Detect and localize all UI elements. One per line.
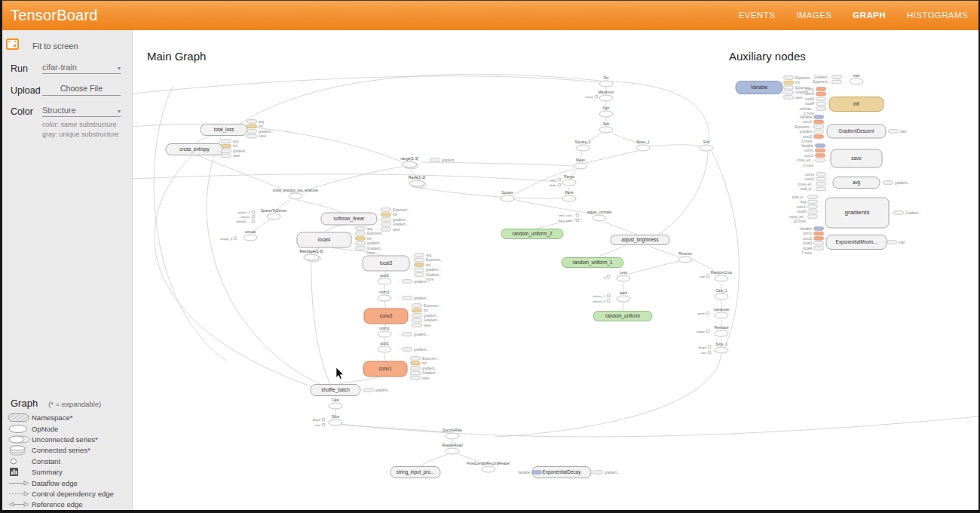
graph-op-SparseToDense[interactable]: SparseToDense: [261, 209, 286, 220]
svg-text:gradient...: gradient...: [426, 268, 441, 272]
graph-op-Square_1[interactable]: Square_1: [575, 140, 591, 151]
graph-op-Slice_1[interactable]: Slice_1: [715, 343, 728, 353]
graph-const-delta[interactable]: delta: [550, 183, 561, 187]
graph-const-shape_3[interactable]: shape_3: [220, 237, 237, 241]
graph-canvas[interactable]: total_losscross_entropysoftmax_linearloc…: [133, 30, 980, 513]
graph-series-range[1-3][interactable]: range[1-3]: [400, 156, 418, 169]
graph-op-pool2[interactable]: pool2: [378, 274, 391, 284]
graph-node-gradients[interactable]: gradients: [825, 198, 889, 228]
graph-op-ReaderRead[interactable]: ReaderRead: [442, 444, 463, 454]
graph-const-perm[interactable]: perm: [697, 312, 709, 315]
svg-text:Rank: Rank: [565, 191, 574, 195]
graph-node-GradientDescent[interactable]: GradientDescent: [827, 124, 886, 138]
choose-file-button[interactable]: Choose File: [42, 84, 121, 96]
graph-node-init[interactable]: init: [829, 97, 884, 112]
graph-op-Rank[interactable]: Rank: [562, 191, 576, 201]
graph-const-Const[interactable]: Const: [585, 95, 598, 99]
graph-op-train[interactable]: train: [850, 74, 863, 84]
graph-node-save[interactable]: save: [831, 149, 882, 167]
fit-to-screen-icon[interactable]: [6, 38, 19, 53]
svg-text:Gradient...: Gradient...: [426, 273, 442, 277]
graph-op-norm2[interactable]: norm2: [378, 290, 391, 301]
graph-const-size[interactable]: size: [701, 351, 711, 355]
graph-op-Less[interactable]: Less: [617, 271, 630, 281]
graph-op-RandomCrop[interactable]: RandomCrop: [711, 271, 733, 281]
svg-text:size: size: [700, 275, 706, 278]
svg-text:Gradient...: Gradient...: [393, 223, 409, 226]
graph-op-Slice[interactable]: Slice: [329, 415, 342, 425]
graph-op-Mean_1[interactable]: Mean_1: [636, 140, 650, 151]
graph-const-values_1[interactable]: values_1: [237, 210, 255, 214]
graph-const-indices[interactable]: indices: [240, 215, 255, 219]
graph-op-Maximum[interactable]: Maximum: [599, 91, 614, 101]
graph-const-start[interactable]: start: [550, 178, 561, 182]
graph-op-pool1[interactable]: pool1: [378, 342, 391, 352]
graph-node-string_input_pro...[interactable]: string_input_pro...: [390, 467, 440, 478]
graph-const-begin[interactable]: begin: [699, 346, 711, 349]
graph-node-avg[interactable]: avg: [833, 177, 880, 189]
tab-images[interactable]: IMAGES: [796, 11, 831, 20]
fit-to-screen-button[interactable]: Fit to screen: [32, 41, 78, 51]
svg-text:values_1: values_1: [237, 210, 250, 214]
graph-op-Mean[interactable]: Mean: [574, 158, 587, 169]
graph-op-Reverse[interactable]: Reverse: [678, 252, 692, 263]
tab-histograms[interactable]: HISTOGRAMS: [907, 11, 968, 20]
graph-op-Range[interactable]: Range: [562, 175, 576, 186]
graph-node-ExponentialMovin...[interactable]: ExponentialMovin...: [826, 235, 887, 250]
graph-node-total_loss[interactable]: total_loss: [201, 124, 247, 136]
graph-node-shuffle_batch[interactable]: shuffle_batch: [311, 385, 360, 396]
graph-op-norm1[interactable]: norm1: [378, 327, 391, 337]
graph-op-Cast[interactable]: Cast: [329, 398, 342, 409]
graph-node-Variable[interactable]: Variable: [736, 81, 782, 94]
graph-node-conv1[interactable]: conv1: [363, 361, 407, 376]
tab-events[interactable]: EVENTS: [739, 11, 775, 20]
graph-node-softmax_linear[interactable]: softmax_linear: [321, 213, 377, 225]
svg-text:local4: local4: [805, 102, 814, 106]
graph-const-size[interactable]: size: [315, 423, 325, 427]
svg-text:string_input_pro...: string_input_pro...: [397, 469, 435, 475]
graph-op-concat[interactable]: concat: [243, 230, 257, 241]
graph-op-Sub[interactable]: Sub: [700, 140, 713, 151]
graph-node-random_uniform_2[interactable]: random_uniform_2: [501, 229, 563, 239]
svg-text:min_valu...: min_valu...: [559, 213, 574, 217]
graph-node-random_uniform_1[interactable]: random_uniform_1: [562, 258, 623, 268]
svg-text:gradient...: gradient...: [422, 367, 437, 370]
graph-node-cross_entropy[interactable]: cross_entropy: [166, 144, 223, 155]
graph-op-Cast_1[interactable]: Cast_1: [715, 289, 728, 300]
graph-const-y[interactable]: y: [604, 275, 610, 279]
graph-node-local4[interactable]: local4: [297, 232, 351, 247]
graph-const-default_...[interactable]: default_...: [237, 220, 255, 223]
graph-const-shape[interactable]: shape: [697, 330, 709, 333]
graph-const-values_2[interactable]: values_2: [593, 300, 610, 303]
graph-op-Sub[interactable]: Sub: [599, 122, 613, 133]
graph-op-FixedLengthRecordReader[interactable]: FixedLengthRecordReader: [467, 462, 510, 472]
graph-const-begin[interactable]: begin: [313, 418, 325, 422]
graph-const-values_1[interactable]: values_1: [593, 294, 610, 298]
svg-text:conv1: conv1: [379, 366, 392, 371]
graph-series-Reshape[1-3][interactable]: Reshape[1-3]: [299, 249, 323, 262]
graph-op-cross_entropy_per_example[interactable]: cross_entropy_per_example: [273, 189, 319, 199]
legend-label: Summary: [32, 468, 63, 476]
graph-op-transpose[interactable]: transpose: [713, 308, 729, 318]
graph-const-min_valu...[interactable]: min_valu...: [559, 213, 579, 217]
graph-const-size[interactable]: size: [700, 275, 709, 278]
graph-op-adjust_contrast[interactable]: adjust_contrast: [587, 210, 612, 221]
graph-op-Square[interactable]: Square: [501, 191, 514, 201]
svg-text:init: init: [426, 263, 431, 267]
svg-text:Div: Div: [604, 76, 610, 80]
svg-text:adjust_contrast: adjust_contrast: [587, 210, 612, 214]
graph-const-max_valu...[interactable]: max_valu...: [559, 219, 579, 223]
graph-node-random_uniform[interactable]: random_uniform: [593, 312, 652, 321]
graph-op-pack[interactable]: pack: [617, 291, 630, 302]
graph-node-local3[interactable]: local3: [363, 256, 409, 271]
graph-op-Div[interactable]: Div: [599, 76, 613, 87]
graph-node-conv2[interactable]: conv2: [364, 309, 408, 324]
graph-node-adjust_brightness[interactable]: adjust_brightness: [611, 235, 669, 245]
run-select[interactable]: cifar-train ▾: [42, 63, 121, 74]
tab-graph[interactable]: GRAPH: [853, 11, 886, 20]
color-select[interactable]: Structure ▾: [42, 106, 121, 117]
svg-text:Gradient...: Gradient...: [905, 211, 921, 215]
graph-series-Rank[1-2][interactable]: Rank[1-2]: [409, 175, 427, 188]
graph-op-Sqrt[interactable]: Sqrt: [599, 106, 613, 117]
graph-op-Reshape[interactable]: Reshape: [714, 326, 729, 336]
